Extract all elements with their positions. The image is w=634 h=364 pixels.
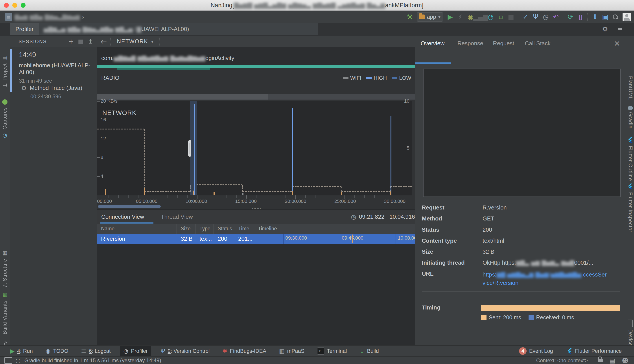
x-tick-label: 00.000 — [97, 198, 112, 204]
tool-tab-flutter-outline[interactable]: Flutter Outline — [626, 137, 634, 181]
x-tick-label: 20:00.000 — [285, 198, 306, 204]
chevron-down-icon: ▾ — [151, 39, 153, 44]
toolwindow-terminal[interactable]: >_Terminal — [314, 346, 350, 356]
profiler-tab-label[interactable]: Profiler — [10, 23, 39, 35]
profiler-session-tab[interactable]: Profiler ▅▇▆▃▅ ▆▇▅ ▇▆▅▃▆▇▅ ▆▇▃▅ (▇UAWEI … — [10, 23, 318, 35]
sent-label: Sent: 200 ms — [489, 314, 521, 321]
toolwindow-event-log[interactable]: 4Event Log — [516, 346, 556, 356]
sent-spike — [292, 191, 293, 195]
column-header-time[interactable]: Time — [234, 224, 254, 234]
hide-toolwindow-icon[interactable]: ▬ — [617, 25, 622, 32]
background-tasks-icon[interactable]: ◌ — [16, 357, 21, 364]
row-time: 201... — [234, 234, 254, 244]
y-tick — [97, 120, 100, 120]
import-session-icon[interactable]: ↥ — [86, 38, 95, 45]
tab-request[interactable]: Request — [493, 40, 514, 47]
sdk-manager-icon[interactable]: ⇓ — [590, 12, 600, 22]
tab-connection-view[interactable]: Connection View — [101, 214, 144, 220]
gear-icon[interactable]: ⚙ — [602, 25, 608, 33]
zoom-traffic-light[interactable] — [21, 3, 26, 8]
profile-icon[interactable]: ▂▄▆ — [476, 12, 486, 22]
add-session-icon[interactable]: + — [66, 38, 76, 45]
stop-session-icon[interactable]: ■ — [76, 38, 86, 45]
tab-response[interactable]: Response — [458, 40, 483, 47]
toolwindow-version-control[interactable]: Ψ9: Version Control — [157, 346, 213, 356]
timeline-scrollbar[interactable] — [98, 205, 161, 208]
run-on-device-icon[interactable]: ⧉ — [496, 12, 506, 22]
toolwindow-findbugs[interactable]: ✱FindBugs-IDEA — [219, 346, 270, 356]
column-header-status[interactable]: Status — [214, 224, 234, 234]
avd-manager-icon[interactable]: ▯ — [575, 12, 586, 22]
table-empty-area — [97, 244, 415, 345]
memory-indicator-icon[interactable]: ▤ — [609, 357, 615, 364]
context-indicator: Context: <no context> — [536, 358, 588, 364]
tab-thread-view[interactable]: Thread View — [161, 214, 193, 220]
stop-icon[interactable]: ■ — [506, 12, 516, 22]
toolwindow-findbugs-icon: ✱ — [222, 348, 227, 354]
tab-overview[interactable]: Overview — [421, 40, 445, 47]
hector-inspector-icon[interactable]: ☻ — [622, 357, 629, 364]
toolwindow-flutter-performance[interactable]: Flutter Performance — [563, 346, 625, 356]
back-arrow-icon[interactable]: ← — [97, 37, 110, 46]
lock-icon[interactable] — [598, 359, 603, 362]
column-header-size[interactable]: Size — [177, 224, 195, 234]
network-traffic-chart[interactable]: NETWORK 20 KB/s161284105 — [97, 101, 412, 195]
response-preview-box — [423, 68, 621, 197]
toolwindow-run[interactable]: ▶4: Run — [7, 346, 36, 356]
tool-tab-flutter-inspector[interactable]: Flutter Inspector — [626, 183, 634, 232]
session-entry[interactable]: 14:49 mobilehome (HUAWEI ALP-AL00) 31 mi… — [19, 51, 97, 84]
tool-tab-plantuml[interactable]: PlantUML — [626, 76, 634, 100]
tool-tab-gradle[interactable]: Gradle — [626, 106, 634, 128]
field-value-initiating-thread: OkHttp https:▆▇▃ ▅▆ ▇▅▆▃ ▆▅▇0001/... — [483, 259, 593, 266]
search-everywhere-icon[interactable] — [612, 14, 618, 20]
column-header-name[interactable]: Name — [97, 224, 177, 234]
update-project-icon[interactable]: ✓ — [520, 12, 531, 22]
project-breadcrumb[interactable]: ▇▅▆ ▆▇▅ ▇▆▅▃▇▆▅▆ — [15, 14, 80, 20]
avatar-icon[interactable] — [622, 13, 631, 21]
connection-tab-list: Connection ViewThread View — [101, 214, 209, 220]
toolwindow-toggle-icon[interactable] — [5, 357, 12, 364]
apply-changes-icon[interactable]: ⚡ — [455, 12, 465, 22]
selection-handle[interactable] — [188, 140, 191, 157]
close-icon[interactable]: × — [614, 39, 620, 48]
y-tick — [97, 139, 100, 139]
column-header-timeline[interactable]: Timeline — [254, 224, 415, 234]
tool-tab-flutter-inspector-label: Flutter Inspector — [627, 192, 633, 232]
toolwindow-findbugs-label: FindBugs-IDEA — [230, 348, 266, 354]
project-structure-icon[interactable]: ▣ — [600, 12, 610, 22]
toolwindow-mpaas[interactable]: ▥mPaaS — [276, 346, 308, 356]
close-traffic-light[interactable] — [4, 3, 9, 8]
rollback-icon[interactable]: ↶ — [551, 12, 561, 22]
tab-call-stack[interactable]: Call Stack — [525, 40, 551, 47]
run-icon[interactable]: ▶ — [445, 12, 455, 22]
breadcrumb-chevron-icon: › — [82, 14, 84, 20]
sent-spike — [105, 189, 106, 195]
radio-state-track-end — [268, 94, 415, 100]
row-name: R.version — [97, 234, 177, 244]
column-header-type[interactable]: Type — [195, 224, 214, 234]
method-trace-entry[interactable]: ⚙ Method Trace (Java) 00:24:30.596 — [21, 84, 82, 100]
vcs-commit-icon[interactable]: Ψ — [531, 12, 541, 22]
toolwindow-build[interactable]: ↓Build — [356, 346, 382, 356]
tool-tab-captures[interactable]: Captures◔ — [0, 99, 10, 138]
connection-row[interactable]: R.version 32 B tex... 200 201... 09:30.0… — [97, 234, 415, 244]
tool-tab-structure[interactable]: ▦7: Structure — [0, 250, 10, 288]
tool-tab-flutter-outline-label: Flutter Outline — [627, 146, 633, 181]
received-spike — [390, 116, 391, 195]
build-hammer-icon[interactable]: ⚒ — [405, 12, 415, 22]
toolbar-separator — [587, 13, 588, 21]
tool-tab-build-variants[interactable]: ▧Build Variants — [0, 292, 10, 334]
toolwindow-profiler[interactable]: ◔Profiler — [120, 346, 151, 356]
y-tick-label: 4 — [101, 174, 103, 179]
recent-changes-icon[interactable]: ◷ — [541, 12, 551, 22]
url-link[interactable]: https:▆▇.▅▆▇▅▃▆.▇▅▆/▅▆▇▅▆▇▅ ccessService… — [483, 270, 607, 287]
gradle-sync-icon[interactable]: ⟳ — [565, 12, 575, 22]
tool-tab-project[interactable]: ▤1: Project — [0, 54, 10, 87]
run-configuration-select[interactable]: app ▾ — [417, 12, 443, 22]
toolwindow-logcat[interactable]: ☰6: Logcat — [78, 346, 114, 356]
y-tick-label: 8 — [101, 154, 103, 160]
radio-state-line — [196, 184, 242, 185]
stage-select[interactable]: NETWORK ▾ — [111, 38, 159, 44]
minimize-traffic-light[interactable] — [12, 3, 17, 8]
toolwindow-todo[interactable]: ◉TODO — [42, 346, 72, 356]
